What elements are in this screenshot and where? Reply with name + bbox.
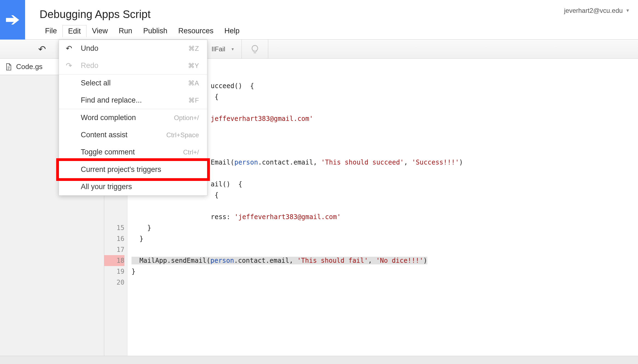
- function-selector[interactable]: IlFail ▼: [205, 40, 242, 58]
- app-header: Debugging Apps Script File Edit View Run…: [0, 0, 638, 40]
- file-name: Code.gs: [16, 62, 43, 71]
- line-number: 20: [104, 277, 124, 288]
- user-account[interactable]: jeverhart2@vcu.edu ▼: [564, 7, 630, 14]
- menu-content-assist[interactable]: Content assist Ctrl+Space: [59, 126, 207, 144]
- menu-run[interactable]: Run: [113, 25, 138, 37]
- line-number: 19: [104, 266, 124, 277]
- user-email: jeverhart2@vcu.edu: [564, 7, 623, 14]
- line-number: 15: [104, 222, 124, 233]
- menu-view[interactable]: View: [87, 25, 113, 37]
- project-title[interactable]: Debugging Apps Script: [40, 8, 151, 20]
- menu-select-all[interactable]: Select all ⌘A: [59, 74, 207, 92]
- menu-toggle-comment[interactable]: Toggle comment Ctrl+/: [59, 144, 207, 161]
- line-number: 16: [104, 233, 124, 244]
- line-number: 17: [104, 244, 124, 255]
- menu-publish[interactable]: Publish: [138, 25, 173, 37]
- menubar: File Edit View Run Publish Resources Hel…: [40, 25, 245, 37]
- menu-edit[interactable]: Edit: [62, 25, 87, 37]
- status-bar: [0, 356, 638, 364]
- function-selected-label: IlFail: [211, 45, 225, 53]
- menu-word-completion[interactable]: Word completion Option+/: [59, 109, 207, 126]
- chevron-down-icon: ▼: [231, 47, 235, 51]
- menu-help[interactable]: Help: [219, 25, 245, 37]
- menu-all-your-triggers[interactable]: All your triggers: [59, 178, 207, 195]
- apps-script-logo: [0, 0, 25, 40]
- chevron-down-icon: ▼: [625, 8, 630, 13]
- menu-resources[interactable]: Resources: [173, 25, 219, 37]
- menu-find-replace[interactable]: Find and replace... ⌘F: [59, 92, 207, 109]
- line-number: 18: [104, 255, 124, 266]
- redo-icon: ↷: [66, 61, 72, 70]
- menu-redo[interactable]: ↷ Redo ⌘Y: [59, 57, 207, 74]
- menu-file[interactable]: File: [40, 25, 62, 37]
- menu-undo[interactable]: ↶ Undo ⌘Z: [59, 40, 207, 57]
- menu-current-project-triggers[interactable]: Current project's triggers: [59, 161, 207, 178]
- edit-menu-dropdown: ↶ Undo ⌘Z ↷ Redo ⌘Y Select all ⌘A Find a…: [59, 40, 207, 196]
- undo-icon: ↶: [66, 44, 72, 53]
- lightbulb-icon[interactable]: [242, 40, 268, 58]
- undo-icon[interactable]: ↶: [38, 44, 46, 55]
